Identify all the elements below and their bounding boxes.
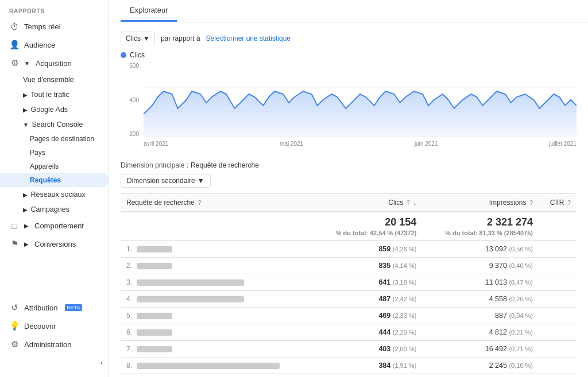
gear-icon: ⚙ — [9, 339, 20, 349]
person-icon: 👤 — [9, 40, 20, 50]
sidebar-item-decouvrir[interactable]: 💡 Découvrir — [0, 317, 109, 335]
chart-svg — [144, 63, 577, 137]
sidebar-item-pays[interactable]: Pays — [0, 146, 109, 160]
total-empty — [121, 212, 314, 241]
sidebar-section-label: RAPPORTS — [0, 0, 109, 18]
info-icon-impressions[interactable]: ? — [529, 200, 533, 206]
query-blurred: ████████ — [137, 329, 172, 336]
chevron-right-icon: ▶ — [24, 241, 29, 247]
sidebar-item-audience[interactable]: 👤 Audience — [0, 36, 109, 54]
dimension-value: Requête de recherche — [191, 161, 259, 169]
table-row[interactable]: 5.████████469 (2,33 %)887 (0,04 %) — [121, 308, 577, 324]
beta-badge: BETA — [65, 304, 83, 311]
sidebar-item-search-console[interactable]: ▼ Search Console — [0, 117, 109, 132]
th-requete[interactable]: Requête de recherche ? — [121, 194, 314, 212]
sidebar-item-tout-trafic[interactable]: ▶ Tout le trafic — [0, 87, 109, 102]
query-blurred: ████████ — [137, 346, 172, 352]
cell-impressions: 13 092 (0,56 %) — [422, 241, 539, 258]
cell-ctr — [539, 357, 577, 374]
table-row[interactable]: 8.████████████████████████████████384 (1… — [121, 357, 577, 374]
info-icon-ctr[interactable]: ? — [567, 200, 571, 206]
sidebar-item-appareils[interactable]: Appareils — [0, 160, 109, 173]
sidebar-item-attribution[interactable]: ↺ Attribution BETA — [0, 298, 109, 317]
attribution-icon: ↺ — [9, 302, 20, 313]
cell-impressions: 4 812 (0,21 %) — [422, 324, 539, 341]
sidebar-item-conversions[interactable]: ⚑ ▶ Conversions — [0, 235, 109, 253]
cell-ctr — [539, 341, 577, 357]
dimension-row: Dimension principale : Requête de recher… — [121, 161, 577, 169]
row-number: 8. — [126, 362, 132, 370]
row-number: 6. — [126, 328, 132, 336]
cell-query: 4.████████████████████████ — [121, 291, 314, 308]
cell-clics: 859 (4,26 %) — [314, 241, 422, 258]
sort-down-icon: ↓ — [413, 199, 417, 206]
tab-bar: Explorateur — [109, 0, 588, 22]
dropdown-arrow-icon: ▼ — [198, 177, 204, 185]
th-clics[interactable]: Clics ? ↓ — [314, 194, 422, 212]
collapse-sidebar-button[interactable]: ‹ — [0, 353, 109, 371]
cell-ctr — [539, 291, 577, 308]
cell-query: 7.████████ — [121, 341, 314, 357]
total-clics: 20 154 % du total: 42,54 % (47372) — [314, 212, 422, 241]
cell-query: 2.████████ — [121, 258, 314, 274]
metric-dropdown[interactable]: Clics ▼ — [121, 32, 155, 45]
row-number: 2. — [126, 262, 132, 270]
sidebar-item-requetes[interactable]: Requêtes — [0, 173, 109, 187]
table-row[interactable]: 3.████████████████████████641 (3,18 %)11… — [121, 274, 577, 291]
behavior-icon: □ — [9, 221, 20, 231]
cell-ctr — [539, 274, 577, 291]
sidebar-item-acquisition[interactable]: ⚙ ▼ Acquisition — [0, 54, 109, 72]
select-stat-link[interactable]: Sélectionner une statistique — [206, 34, 291, 42]
table-row[interactable]: 2.████████835 (4,14 %)9 370 (0,40 %) — [121, 258, 577, 274]
cell-ctr — [539, 324, 577, 341]
cell-impressions: 887 (0,04 %) — [422, 308, 539, 324]
sidebar-item-pages-destination[interactable]: Pages de destination — [0, 132, 109, 146]
secondary-dimension-dropdown[interactable]: Dimension secondaire ▼ — [121, 174, 211, 188]
info-icon-requete[interactable]: ? — [198, 200, 202, 206]
table-row[interactable]: 7.████████403 (2,00 %)16 492 (0,71 %) — [121, 341, 577, 357]
row-number: 3. — [126, 278, 132, 286]
sidebar-item-comportement[interactable]: □ ▶ Comportement — [0, 217, 109, 235]
query-blurred: ████████████████████████████████ — [137, 363, 280, 369]
content-area: Clics ▼ par rapport à Sélectionner une s… — [109, 22, 588, 377]
cell-query: 8.████████████████████████████████ — [121, 357, 314, 374]
row-number: 4. — [126, 295, 132, 303]
sidebar-item-administration[interactable]: ⚙ Administration — [0, 335, 109, 353]
data-table: Requête de recherche ? Clics ? ↓ I — [121, 193, 577, 377]
cell-clics: 487 (2,42 %) — [314, 291, 422, 308]
dimension-label: Dimension principale : — [121, 161, 188, 169]
chevron-right-icon: ▶ — [23, 92, 28, 98]
cell-ctr — [539, 258, 577, 274]
th-impressions[interactable]: Impressions ? — [422, 194, 539, 212]
info-icon-clics[interactable]: ? — [407, 200, 410, 206]
total-impressions: 2 321 274 % du total: 81,33 % (2854075) — [422, 212, 539, 241]
table-row[interactable]: 4.████████████████████████487 (2,42 %)4 … — [121, 291, 577, 308]
cell-impressions: 16 492 (0,71 %) — [422, 341, 539, 357]
query-blurred: ████████ — [137, 246, 172, 252]
table-row[interactable]: 9.████████████309 (1,53 %)22 549 (0,97 %… — [121, 374, 577, 378]
table-row[interactable]: 1.████████859 (4,26 %)13 092 (0,56 %) — [121, 241, 577, 258]
cell-clics: 309 (1,53 %) — [314, 374, 422, 378]
chart-y-labels: 600 400 200 — [121, 63, 141, 137]
chart-area: 600 400 200 — [121, 63, 577, 154]
chart-controls: Clics ▼ par rapport à Sélectionner une s… — [121, 32, 577, 45]
legend-label-clics: Clics — [130, 51, 145, 59]
sidebar-item-temps-reel[interactable]: ⏱ Temps réel — [0, 18, 109, 36]
sidebar-item-campagnes[interactable]: ▶ Campagnes — [0, 202, 109, 217]
sidebar-item-google-ads[interactable]: ▶ Google Ads — [0, 102, 109, 117]
sidebar-item-vue-ensemble[interactable]: Vue d'ensemble — [0, 72, 109, 87]
cell-query: 5.████████ — [121, 308, 314, 324]
sidebar-item-reseaux-sociaux[interactable]: ▶ Réseaux sociaux — [0, 187, 109, 202]
x-label-juin: juin 2021 — [415, 141, 438, 147]
row-number: 1. — [126, 245, 132, 253]
query-blurred: ████████ — [137, 263, 172, 269]
secondary-dimension-row: Dimension secondaire ▼ — [121, 174, 577, 188]
tab-explorateur[interactable]: Explorateur — [121, 0, 177, 22]
table-row[interactable]: 6.████████444 (2,20 %)4 812 (0,21 %) — [121, 324, 577, 341]
row-number: 7. — [126, 345, 132, 353]
cell-impressions: 4 558 (0,20 %) — [422, 291, 539, 308]
chevron-right-icon: ▶ — [23, 107, 28, 113]
cell-clics: 384 (1,91 %) — [314, 357, 422, 374]
x-label-mai: mai 2021 — [280, 141, 303, 147]
th-ctr[interactable]: CTR ? — [539, 194, 577, 212]
